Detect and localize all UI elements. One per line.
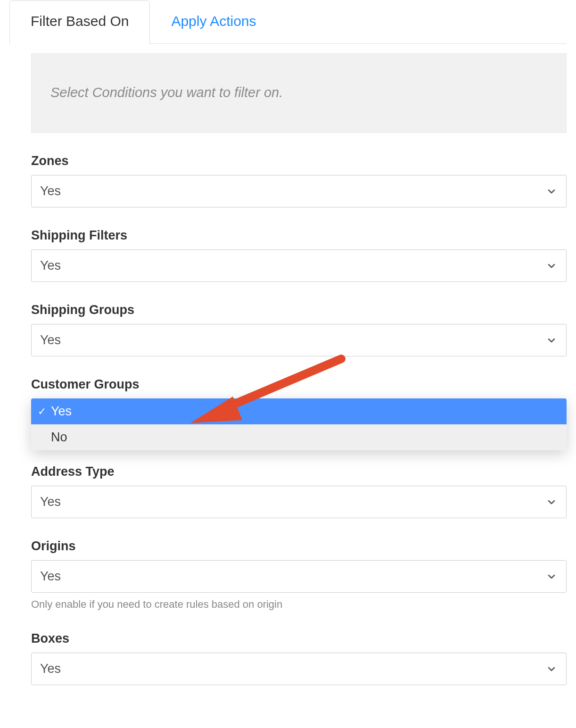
field-address-type: Address Type Yes — [31, 464, 567, 518]
field-origins: Origins Yes Only enable if you need to c… — [31, 539, 567, 611]
select-customer-groups-open: Yes No — [31, 398, 567, 450]
select-origins-value: Yes — [40, 569, 61, 584]
field-shipping-groups: Shipping Groups Yes — [31, 303, 567, 356]
select-origins[interactable]: Yes — [31, 560, 567, 593]
info-box: Select Conditions you want to filter on. — [31, 53, 567, 133]
select-boxes[interactable]: Yes — [31, 653, 567, 685]
field-zones: Zones Yes — [31, 154, 567, 207]
tab-content: Select Conditions you want to filter on.… — [9, 44, 567, 685]
dropdown-option-yes[interactable]: Yes — [31, 398, 567, 424]
dropdown-list: Yes No — [31, 398, 567, 450]
label-shipping-filters: Shipping Filters — [31, 228, 567, 243]
field-customer-groups: Customer Groups Yes No — [31, 377, 567, 450]
select-shipping-groups-value: Yes — [40, 333, 61, 347]
select-shipping-filters-value: Yes — [40, 258, 61, 273]
select-zones[interactable]: Yes — [31, 175, 567, 207]
tab-apply-actions[interactable]: Apply Actions — [150, 0, 277, 44]
helper-origins: Only enable if you need to create rules … — [31, 598, 567, 611]
label-origins: Origins — [31, 539, 567, 554]
label-address-type: Address Type — [31, 464, 567, 479]
label-boxes: Boxes — [31, 631, 567, 646]
tab-filter-based-on[interactable]: Filter Based On — [9, 0, 150, 44]
select-zones-value: Yes — [40, 184, 61, 199]
dropdown-option-no[interactable]: No — [31, 424, 567, 450]
select-boxes-value: Yes — [40, 662, 61, 676]
label-customer-groups: Customer Groups — [31, 377, 567, 392]
label-shipping-groups: Shipping Groups — [31, 303, 567, 317]
field-shipping-filters: Shipping Filters Yes — [31, 228, 567, 282]
field-boxes: Boxes Yes — [31, 631, 567, 685]
tabs: Filter Based On Apply Actions — [9, 0, 567, 44]
select-shipping-groups[interactable]: Yes — [31, 324, 567, 356]
select-address-type-value: Yes — [40, 495, 61, 509]
select-shipping-filters[interactable]: Yes — [31, 249, 567, 282]
select-address-type[interactable]: Yes — [31, 486, 567, 518]
label-zones: Zones — [31, 154, 567, 168]
